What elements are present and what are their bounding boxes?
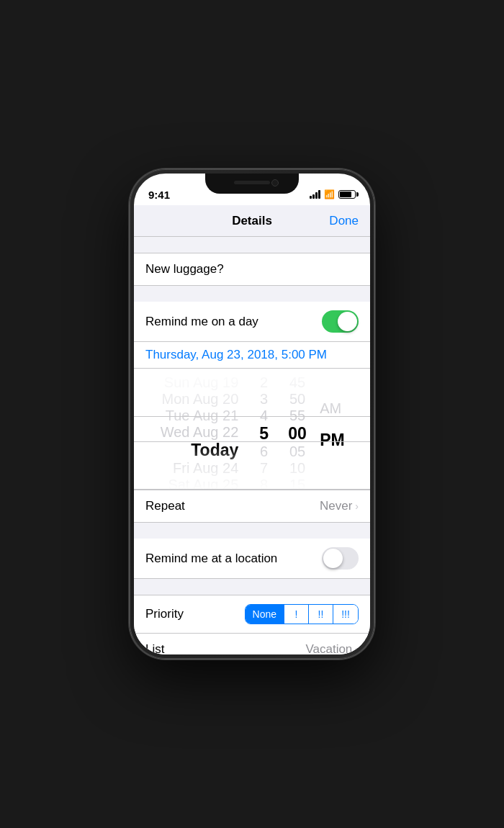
nav-bar: Details Done (134, 205, 370, 237)
remind-day-toggle[interactable] (322, 310, 359, 333)
status-icons: 📶 (310, 189, 356, 199)
list-label: List (145, 642, 164, 654)
picker-minute-selected: 00 (288, 424, 307, 444)
repeat-label: Repeat (145, 499, 185, 513)
picker-minute-item: 45 (289, 374, 305, 391)
picker-minute-item: 15 (289, 477, 305, 490)
signal-icon (310, 190, 320, 199)
repeat-value-group: Never › (320, 499, 359, 513)
done-button[interactable]: Done (329, 214, 359, 228)
remind-location-toggle[interactable] (322, 547, 359, 570)
speaker (234, 181, 270, 184)
picker-date-item: Sun Aug 19 (164, 374, 238, 391)
priority-low-button[interactable]: ! (284, 605, 309, 624)
remind-location-label: Remind me at a location (145, 552, 277, 566)
picker-date-selected: Today (191, 441, 238, 460)
picker-date-item: Tue Aug 21 (166, 408, 239, 424)
priority-cell: Priority None ! !! !!! (134, 595, 370, 634)
picker-ampm-selected: PM (320, 431, 345, 450)
nav-title: Details (232, 214, 272, 228)
selected-date-cell[interactable]: Thursday, Aug 23, 2018, 5:00 PM (134, 342, 370, 369)
picker-hour-item: 8 (260, 477, 268, 490)
screen-content: Details Done New luggage? Remind me on a… (134, 205, 370, 654)
camera (271, 179, 279, 186)
picker-minute-item: 55 (289, 408, 305, 424)
remind-day-cell[interactable]: Remind me on a day (134, 302, 370, 342)
repeat-value: Never (320, 499, 352, 513)
picker-minute-item: 10 (289, 460, 305, 477)
picker-date-item: Fri Aug 24 (173, 460, 238, 477)
section-spacer-3 (134, 523, 370, 539)
picker-minute-column[interactable]: 45 50 55 00 05 10 15 (281, 369, 314, 489)
picker-ampm-column[interactable]: AM PM (314, 369, 370, 489)
picker-ampm-item: AM (320, 400, 341, 417)
priority-medium-button[interactable]: !! (309, 605, 333, 624)
section-spacer-1 (134, 237, 370, 253)
task-title: New luggage? (145, 262, 224, 276)
chevron-right-icon-list: › (355, 644, 359, 654)
task-title-cell[interactable]: New luggage? (134, 253, 370, 286)
toggle-knob-location (323, 549, 343, 568)
picker-hour-item: 3 (260, 391, 268, 408)
list-cell[interactable]: List Vacation › (134, 634, 370, 654)
picker-hour-item: 4 (260, 408, 268, 424)
toggle-knob (338, 312, 357, 331)
priority-segment[interactable]: None ! !! !!! (245, 604, 359, 624)
priority-label: Priority (145, 607, 184, 621)
picker-minute-item: 50 (289, 391, 305, 408)
picker-minute-item: 05 (289, 444, 305, 460)
notch (205, 174, 299, 194)
battery-icon (338, 190, 356, 199)
list-value: Vacation (305, 642, 352, 654)
wifi-icon: 📶 (324, 189, 335, 199)
picker-hour-item: 2 (260, 374, 268, 391)
picker-date-item: Mon Aug 20 (162, 391, 239, 408)
section-spacer-2 (134, 286, 370, 302)
section-spacer-4 (134, 579, 370, 595)
picker-hour-column[interactable]: 2 3 4 5 6 7 8 (247, 369, 280, 489)
priority-none-button[interactable]: None (246, 605, 284, 624)
chevron-right-icon: › (355, 500, 359, 512)
picker-hour-item: 6 (260, 444, 268, 460)
picker-hour-item: 7 (260, 460, 268, 477)
repeat-cell[interactable]: Repeat Never › (134, 490, 370, 523)
picker-hour-selected: 5 (259, 424, 269, 444)
date-time-picker[interactable]: Sun Aug 19 Mon Aug 20 Tue Aug 21 Wed Aug… (134, 369, 370, 490)
priority-high-button[interactable]: !!! (333, 605, 358, 624)
picker-date-column[interactable]: Sun Aug 19 Mon Aug 20 Tue Aug 21 Wed Aug… (134, 369, 247, 489)
list-value-group: Vacation › (305, 642, 359, 654)
status-time: 9:41 (148, 189, 170, 201)
picker-date-item: Wed Aug 22 (161, 424, 239, 441)
remind-location-cell[interactable]: Remind me at a location (134, 539, 370, 579)
remind-day-label: Remind me on a day (145, 315, 258, 329)
phone-frame: 9:41 📶 Details Done (130, 169, 374, 659)
selected-date-text: Thursday, Aug 23, 2018, 5:00 PM (145, 348, 327, 361)
phone-screen: 9:41 📶 Details Done (134, 174, 370, 654)
picker-date-item: Sat Aug 25 (168, 477, 238, 490)
